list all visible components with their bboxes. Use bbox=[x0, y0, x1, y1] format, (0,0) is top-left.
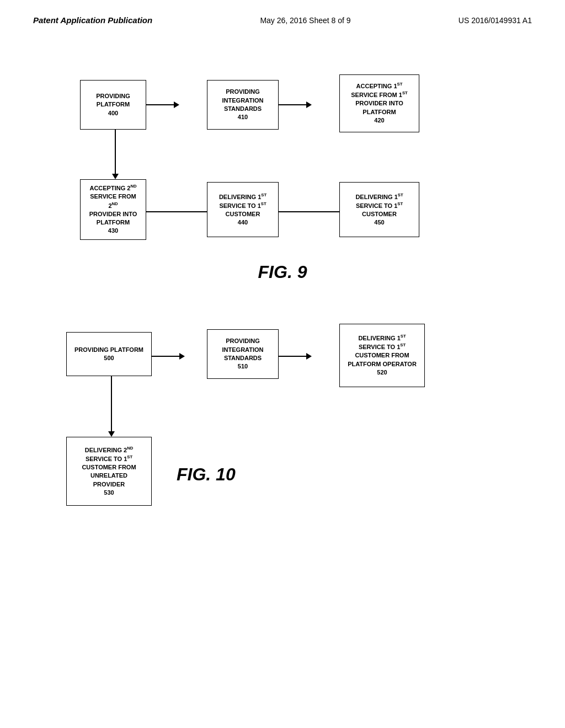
box-520: DELIVERING 1STSERVICE TO 1STCUSTOMER FRO… bbox=[339, 324, 425, 387]
box-510: PROVIDINGINTEGRATIONSTANDARDS510 bbox=[207, 329, 279, 379]
arrow-500-510 bbox=[152, 353, 185, 360]
box-450: DELIVERING 1STSERVICE TO 1STCUSTOMER450 bbox=[339, 182, 419, 237]
arrow-400-410 bbox=[146, 101, 179, 108]
arrow-510-520 bbox=[279, 353, 312, 360]
box-430: ACCEPTING 2NDSERVICE FROM 2NDPROVIDER IN… bbox=[80, 179, 146, 240]
publication-label: Patent Application Publication bbox=[33, 15, 152, 25]
diagrams-container: PROVIDINGPLATFORM400 PROVIDINGINTEGRATIO… bbox=[0, 25, 565, 485]
arrow-400-down bbox=[112, 130, 119, 179]
date-sheet-label: May 26, 2016 Sheet 8 of 9 bbox=[260, 16, 350, 25]
arrow-410-420 bbox=[279, 101, 312, 108]
fig10-diagram: PROVIDING PLATFORM500 PROVIDINGINTEGRATI… bbox=[33, 315, 532, 525]
box-420: ACCEPTING 1STSERVICE FROM 1STPROVIDER IN… bbox=[339, 74, 419, 132]
fig10-section: PROVIDING PLATFORM500 PROVIDINGINTEGRATI… bbox=[33, 315, 532, 485]
fig9-section: PROVIDINGPLATFORM400 PROVIDINGINTEGRATIO… bbox=[33, 58, 532, 282]
box-500: PROVIDING PLATFORM500 bbox=[66, 332, 152, 376]
arrow-440-450 bbox=[279, 208, 345, 215]
arrow-500-down bbox=[108, 376, 115, 437]
patent-number-label: US 2016/0149931 A1 bbox=[459, 16, 532, 25]
box-410: PROVIDINGINTEGRATIONSTANDARDS410 bbox=[207, 80, 279, 130]
arrow-430-440 bbox=[146, 208, 212, 215]
page-header: Patent Application Publication May 26, 2… bbox=[0, 0, 565, 25]
box-440: DELIVERING 1STSERVICE TO 1STCUSTOMER440 bbox=[207, 182, 279, 237]
box-400: PROVIDINGPLATFORM400 bbox=[80, 80, 146, 130]
fig9-diagram: PROVIDINGPLATFORM400 PROVIDINGINTEGRATIO… bbox=[33, 58, 532, 267]
box-530: DELIVERING 2NDSERVICE TO 1STCUSTOMER FRO… bbox=[66, 437, 152, 506]
